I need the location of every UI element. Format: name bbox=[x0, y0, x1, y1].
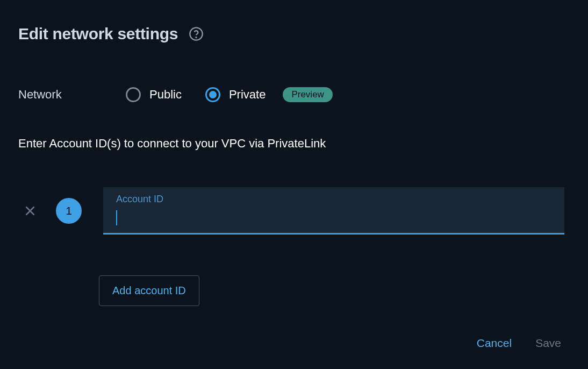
save-button[interactable]: Save bbox=[535, 337, 561, 350]
page-title: Edit network settings bbox=[18, 25, 178, 43]
account-id-label: Account ID bbox=[116, 194, 551, 205]
radio-public[interactable]: Public bbox=[126, 87, 182, 102]
add-account-id-button[interactable]: Add account ID bbox=[99, 275, 199, 306]
radio-private[interactable]: Private bbox=[205, 87, 266, 102]
row-number-badge: 1 bbox=[56, 198, 82, 224]
close-icon bbox=[23, 204, 37, 218]
svg-point-1 bbox=[196, 37, 196, 38]
remove-row-button[interactable] bbox=[21, 202, 39, 219]
cancel-button[interactable]: Cancel bbox=[477, 337, 512, 350]
preview-badge: Preview bbox=[283, 87, 332, 102]
network-label: Network bbox=[18, 88, 110, 102]
radio-public-label: Public bbox=[149, 88, 182, 102]
account-id-field-wrapper[interactable]: Account ID bbox=[103, 187, 564, 235]
account-id-input[interactable] bbox=[116, 207, 551, 221]
radio-checked-icon bbox=[205, 87, 220, 102]
help-icon[interactable] bbox=[189, 26, 204, 41]
radio-private-label: Private bbox=[229, 88, 266, 102]
account-id-row: 1 Account ID bbox=[18, 187, 570, 235]
text-cursor bbox=[116, 210, 117, 225]
radio-unchecked-icon bbox=[126, 87, 141, 102]
network-radio-group: Public Private Preview bbox=[126, 87, 333, 102]
instruction-text: Enter Account ID(s) to connect to your V… bbox=[18, 137, 570, 151]
